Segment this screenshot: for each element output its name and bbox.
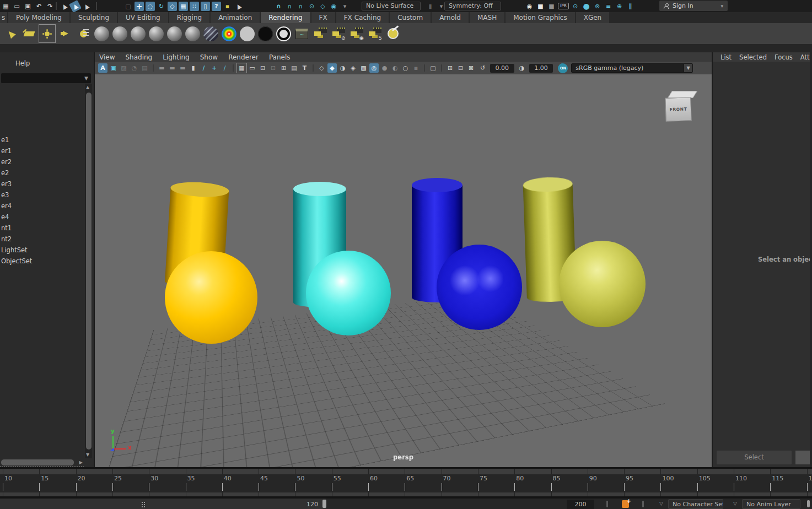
open-scene-icon[interactable]: ▭ [12, 2, 21, 11]
ambient-occlusion-icon[interactable]: ◐ [390, 63, 400, 73]
character-set-dropdown[interactable]: No Character Set [668, 499, 723, 509]
shelf-tab-rendering[interactable]: Rendering [261, 12, 310, 23]
render-setup-layer-icon[interactable] [311, 24, 329, 44]
shelf-tab-fx-caching[interactable]: FX Caching [336, 12, 389, 23]
wireframe-mode-icon[interactable]: ◇ [317, 63, 326, 73]
shelf-tab-uv-editing[interactable]: UV Editing [118, 12, 168, 23]
view-cube-front-face[interactable]: FRONT [665, 97, 691, 122]
graph-editor-icon[interactable]: ▦ [179, 2, 188, 11]
anisotropic-material-icon[interactable] [202, 24, 220, 44]
surface-shader-icon[interactable] [238, 24, 256, 44]
undo-icon[interactable]: ↶ [34, 2, 44, 11]
animation-end-field[interactable]: 200 [567, 500, 594, 509]
ipr-render-icon[interactable]: IPR [558, 3, 569, 9]
render-layer-visibility-icon[interactable]: ◉ [347, 24, 365, 44]
show-manipulator-icon[interactable]: ? [212, 2, 221, 11]
gamma-contrast-icon[interactable]: ◑ [517, 63, 526, 73]
point-light-icon[interactable] [38, 24, 56, 44]
lambert-material-icon[interactable] [129, 24, 147, 44]
multisample-icon[interactable]: ▪ [411, 63, 421, 73]
snap-to-point-icon[interactable]: ∩ [296, 2, 305, 11]
shading-map-icon[interactable] [275, 24, 293, 44]
pan-zoom-tool-icon[interactable]: + [209, 63, 219, 73]
outliner-filter-dropdown[interactable]: ▼ [1, 73, 91, 83]
camera-lock-icon[interactable]: ▬ [168, 63, 177, 73]
snap-to-curve-icon[interactable]: ∩ [285, 2, 294, 11]
live-surface-caret-icon[interactable]: ▾ [340, 2, 349, 11]
symmetry-field[interactable]: Symmetry: Off [444, 2, 501, 10]
grease-pencil-icon[interactable]: / [199, 63, 208, 73]
cancel-render-icon[interactable]: ⊗ [593, 2, 602, 11]
lock-icon[interactable]: ▪ [223, 2, 232, 11]
camera-orbit-icon[interactable]: ▬ [178, 63, 187, 73]
outliner-help-menu[interactable]: Help [0, 52, 94, 72]
flat-shade-icon[interactable]: ◑ [338, 63, 347, 73]
black-hole-shader-icon[interactable] [256, 24, 275, 44]
soft-mod-icon[interactable]: ▯ [201, 2, 210, 11]
gate-mask-icon[interactable]: ⊡ [268, 63, 278, 73]
film-gate-icon[interactable]: ▭ [248, 63, 257, 73]
attribute-editor-tab-list[interactable]: List [720, 53, 732, 61]
cluster-tool-icon[interactable]: ∷ [190, 2, 199, 11]
render-setup-icon[interactable]: ⊕ [615, 2, 624, 11]
shaded-mode-icon[interactable]: ◆ [327, 63, 337, 73]
playback-speed-handle[interactable] [807, 500, 810, 507]
post-process-icon[interactable]: ~ [293, 24, 311, 44]
use-all-lights-icon[interactable]: ◎ [369, 63, 379, 73]
shadows-toggle-icon[interactable]: ● [380, 63, 389, 73]
scroll-up-icon[interactable]: ▲ [86, 85, 89, 90]
set-key-icon[interactable]: + [622, 500, 629, 508]
outliner-item-e1[interactable]: e1 [0, 134, 84, 145]
camera-attributes-icon[interactable]: A [98, 63, 107, 73]
anim-layer-caret-icon[interactable]: ▽ [733, 501, 737, 506]
scale-tool-icon[interactable]: ◇ [168, 2, 177, 11]
blue-sphere[interactable] [437, 245, 522, 330]
shelf-tab-mash[interactable]: MASH [470, 12, 504, 23]
new-scene-icon[interactable]: ▦ [1, 2, 10, 11]
range-drag-handle[interactable] [141, 501, 145, 507]
surface-sampler-icon[interactable] [220, 24, 238, 44]
slider-handle-icon[interactable]: ▮ [426, 2, 435, 11]
viewport-menu-shading[interactable]: Shading [125, 53, 152, 61]
character-set-caret-icon[interactable]: ▽ [659, 501, 663, 506]
snapshot-icon[interactable]: ■ [547, 2, 556, 11]
playback-range-slider[interactable]: 120 [0, 499, 326, 509]
scrollbar-thumb[interactable] [1, 459, 74, 465]
ramp-shader-material-icon[interactable] [184, 24, 202, 44]
render-current-frame-icon[interactable]: ● [582, 2, 591, 11]
sign-in-button[interactable]: Sign In ▾ [659, 1, 728, 11]
shelf-tab-arnold[interactable]: Arnold [432, 12, 469, 23]
move-tool-icon[interactable]: + [135, 2, 144, 11]
viewport-menu-show[interactable]: Show [200, 53, 218, 61]
resolution-gate-icon[interactable]: ⊡ [258, 63, 267, 73]
tab-partial[interactable]: s [0, 12, 7, 23]
cyan-sphere[interactable] [306, 251, 391, 335]
phong-material-icon[interactable] [147, 24, 165, 44]
snap-to-projected-center-icon[interactable]: ⊙ [307, 2, 316, 11]
standard-surface-material-icon[interactable] [93, 24, 111, 44]
outliner-item-objectset[interactable]: ObjectSet [0, 256, 84, 267]
select-object-mode-icon[interactable]: ▲ [69, 0, 82, 12]
select-tool-icon[interactable]: ▲ [58, 0, 71, 12]
snap-to-grid-icon[interactable]: ∩ [274, 2, 283, 11]
shelf-tab-sculpting[interactable]: Sculpting [71, 12, 117, 23]
last-tool-icon[interactable]: ▲ [232, 0, 245, 12]
directional-light-icon[interactable] [56, 24, 74, 44]
outliner-item-er3[interactable]: er3 [0, 178, 84, 189]
scrollbar-thumb[interactable] [86, 93, 92, 450]
wireframe-on-shaded-icon[interactable]: ◈ [348, 63, 358, 73]
render-settings-icon[interactable]: ⊙ [571, 2, 580, 11]
isolate-select-icon[interactable]: ⊞ [445, 63, 455, 73]
spot-light-icon[interactable] [2, 24, 20, 44]
lasso-tool-icon[interactable]: ◌ [146, 2, 155, 11]
xray-icon[interactable]: ⊠ [466, 63, 476, 73]
outliner-horizontal-scrollbar[interactable]: ▶ [0, 459, 84, 467]
save-scene-icon[interactable]: ▣ [23, 2, 33, 11]
view-transform-dropdown[interactable]: sRGB gamma (legacy) ▼ [571, 63, 693, 73]
shelf-tab-fx[interactable]: FX [311, 12, 335, 23]
image-plane-icon[interactable]: ▨ [119, 63, 128, 73]
isolate-add-icon[interactable]: ⊟ [456, 63, 465, 73]
exposure-field[interactable]: 0.00 [490, 64, 514, 73]
outliner-item-e2[interactable]: e2 [0, 167, 84, 178]
viewport-menu-lighting[interactable]: Lighting [163, 53, 190, 61]
